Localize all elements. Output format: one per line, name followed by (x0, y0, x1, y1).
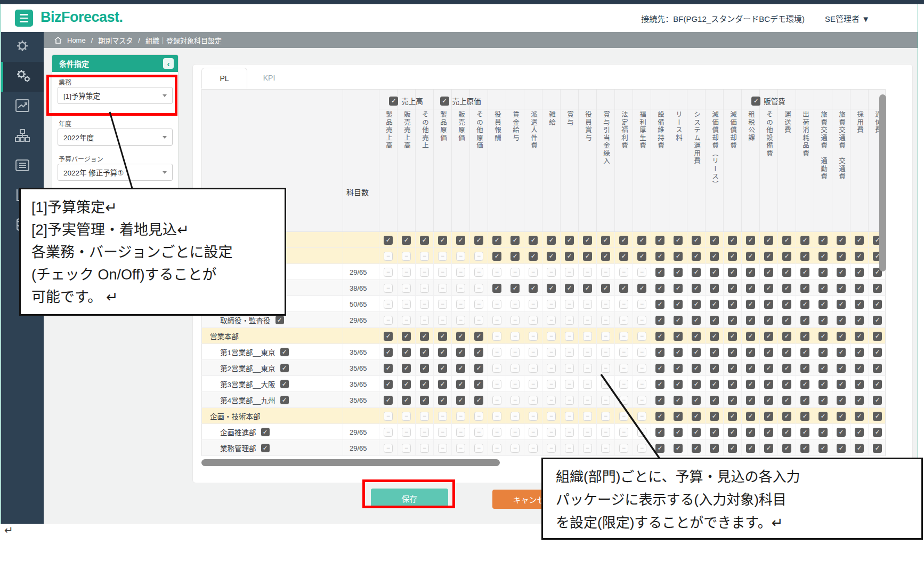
checkbox-checked[interactable]: ✓ (710, 396, 719, 405)
checkbox-checked[interactable]: ✓ (855, 284, 864, 293)
checkbox-checked[interactable]: ✓ (456, 364, 465, 373)
checkbox-indeterminate[interactable]: − (547, 380, 556, 389)
checkbox-checked[interactable]: ✓ (782, 428, 791, 437)
checkbox-indeterminate[interactable]: − (384, 428, 393, 437)
checkbox-checked[interactable]: ✓ (547, 236, 556, 245)
checkbox-indeterminate[interactable]: − (420, 428, 429, 437)
checkbox-indeterminate[interactable]: − (619, 268, 628, 277)
checkbox-checked[interactable]: ✓ (764, 380, 773, 389)
checkbox-checked[interactable]: ✓ (710, 268, 719, 277)
checkbox-checked[interactable]: ✓ (710, 284, 719, 293)
checkbox-indeterminate[interactable]: − (565, 412, 574, 421)
checkbox-indeterminate[interactable]: − (619, 380, 628, 389)
checkbox-checked[interactable]: ✓ (261, 428, 270, 436)
checkbox-checked[interactable]: ✓ (746, 236, 755, 245)
checkbox-checked[interactable]: ✓ (456, 332, 465, 341)
checkbox-indeterminate[interactable]: − (619, 332, 628, 341)
checkbox-indeterminate[interactable]: − (619, 412, 628, 421)
checkbox-indeterminate[interactable]: − (601, 396, 610, 405)
checkbox-indeterminate[interactable]: − (492, 268, 501, 277)
checkbox-checked[interactable]: ✓ (710, 444, 719, 453)
checkbox-checked[interactable]: ✓ (818, 428, 828, 437)
checkbox-checked[interactable]: ✓ (474, 236, 483, 245)
checkbox-indeterminate[interactable]: − (565, 332, 574, 341)
checkbox-checked[interactable]: ✓ (782, 316, 791, 325)
checkbox-indeterminate[interactable]: − (456, 268, 465, 277)
checkbox-checked[interactable]: ✓ (456, 380, 465, 389)
checkbox-indeterminate[interactable]: − (565, 316, 574, 325)
checkbox-indeterminate[interactable]: − (438, 412, 447, 421)
horizontal-scrollbar-thumb[interactable] (201, 459, 500, 466)
checkbox-checked[interactable]: ✓ (837, 332, 846, 341)
checkbox-indeterminate[interactable]: − (619, 300, 628, 309)
checkbox-indeterminate[interactable]: − (529, 316, 538, 325)
checkbox-indeterminate[interactable]: − (565, 380, 574, 389)
checkbox-checked[interactable]: ✓ (692, 284, 701, 293)
checkbox-checked[interactable]: ✓ (674, 268, 683, 277)
checkbox-checked[interactable]: ✓ (456, 348, 465, 357)
checkbox-checked[interactable]: ✓ (420, 236, 429, 245)
checkbox-indeterminate[interactable]: − (492, 444, 501, 453)
checkbox-checked[interactable]: ✓ (692, 444, 701, 453)
checkbox-checked[interactable]: ✓ (855, 252, 864, 261)
panel-collapse-button[interactable]: ‹ (163, 58, 174, 69)
checkbox-checked[interactable]: ✓ (710, 412, 719, 421)
user-menu[interactable]: SE管理者 ▼ (825, 13, 870, 24)
checkbox-checked[interactable]: ✓ (565, 236, 574, 245)
checkbox-indeterminate[interactable]: − (510, 332, 520, 341)
checkbox-checked[interactable]: ✓ (782, 284, 791, 293)
checkbox-indeterminate[interactable]: − (492, 396, 501, 405)
fiscal-year-select[interactable]: 2022年度 (58, 129, 173, 146)
checkbox-indeterminate[interactable]: − (384, 268, 393, 277)
checkbox-indeterminate[interactable]: − (619, 316, 628, 325)
checkbox-checked[interactable]: ✓ (837, 396, 846, 405)
checkbox-checked[interactable]: ✓ (764, 268, 773, 277)
checkbox-checked[interactable]: ✓ (384, 396, 393, 405)
checkbox-checked[interactable]: ✓ (474, 364, 483, 373)
sidebar-item-master-list[interactable] (1, 151, 44, 181)
checkbox-checked[interactable]: ✓ (655, 412, 664, 421)
checkbox-checked[interactable]: ✓ (782, 252, 791, 261)
checkbox-checked[interactable]: ✓ (818, 380, 828, 389)
checkbox-checked[interactable]: ✓ (420, 380, 429, 389)
checkbox-indeterminate[interactable]: − (601, 364, 610, 373)
checkbox-checked[interactable]: ✓ (782, 444, 791, 453)
checkbox-indeterminate[interactable]: − (456, 300, 465, 309)
checkbox-indeterminate[interactable]: − (492, 332, 501, 341)
checkbox-checked[interactable]: ✓ (728, 284, 737, 293)
checkbox-checked[interactable]: ✓ (873, 316, 882, 325)
checkbox-indeterminate[interactable]: − (547, 348, 556, 357)
checkbox-checked[interactable]: ✓ (728, 444, 737, 453)
checkbox-checked[interactable]: ✓ (764, 236, 773, 245)
tab-pl[interactable]: PL (201, 68, 247, 89)
checkbox-checked[interactable]: ✓ (637, 284, 646, 293)
checkbox-indeterminate[interactable]: − (637, 316, 646, 325)
checkbox-indeterminate[interactable]: − (510, 444, 520, 453)
checkbox-checked[interactable]: ✓ (402, 364, 411, 373)
checkbox-checked[interactable]: ✓ (674, 236, 683, 245)
sidebar-item-organization[interactable] (1, 122, 44, 151)
checkbox-checked[interactable]: ✓ (764, 252, 773, 261)
checkbox-indeterminate[interactable]: − (583, 380, 592, 389)
checkbox-checked[interactable]: ✓ (402, 332, 411, 341)
checkbox-checked[interactable]: ✓ (710, 428, 719, 437)
checkbox-checked[interactable]: ✓ (837, 300, 846, 309)
checkbox-checked[interactable]: ✓ (818, 332, 828, 341)
checkbox-indeterminate[interactable]: − (402, 444, 411, 453)
checkbox-checked[interactable]: ✓ (474, 348, 483, 357)
checkbox-checked[interactable]: ✓ (655, 332, 664, 341)
checkbox-indeterminate[interactable]: − (529, 332, 538, 341)
checkbox-checked[interactable]: ✓ (764, 444, 773, 453)
checkbox-indeterminate[interactable]: − (529, 348, 538, 357)
checkbox-checked[interactable]: ✓ (674, 316, 683, 325)
checkbox-checked[interactable]: ✓ (692, 268, 701, 277)
checkbox-checked[interactable]: ✓ (855, 444, 864, 453)
checkbox-checked[interactable]: ✓ (674, 444, 683, 453)
checkbox-checked[interactable]: ✓ (692, 348, 701, 357)
checkbox-checked[interactable]: ✓ (746, 444, 755, 453)
checkbox-checked[interactable]: ✓ (837, 236, 846, 245)
checkbox-checked[interactable]: ✓ (800, 428, 809, 437)
checkbox-indeterminate[interactable]: − (474, 444, 483, 453)
checkbox-indeterminate[interactable]: − (384, 252, 393, 261)
checkbox-checked[interactable]: ✓ (800, 444, 809, 453)
